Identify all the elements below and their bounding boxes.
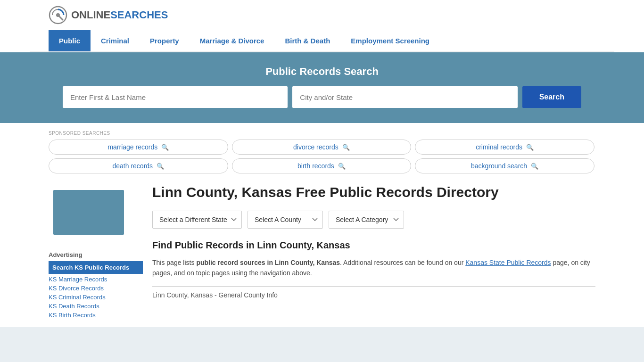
logo-icon [49, 6, 67, 25]
tag-birth-records[interactable]: birth records 🔍 [232, 158, 412, 173]
general-info: Linn County, Kansas - General County Inf… [152, 287, 595, 299]
sponsored-label: SPONSORED SEARCHES [49, 131, 595, 136]
sponsored-section: SPONSORED SEARCHES marriage records 🔍 di… [49, 131, 595, 173]
search-button[interactable]: Search [522, 86, 581, 108]
tag-divorce-records[interactable]: divorce records 🔍 [232, 140, 412, 155]
site-logo[interactable]: ONLINESEARCHES [49, 6, 168, 25]
search-icon-0: 🔍 [161, 144, 169, 151]
tag-criminal-records[interactable]: criminal records 🔍 [415, 140, 594, 155]
ad-highlight[interactable]: Search KS Public Records [49, 261, 143, 274]
search-icon-1: 🔍 [342, 144, 350, 151]
svg-rect-3 [53, 190, 124, 235]
svg-line-2 [59, 16, 63, 20]
name-input[interactable] [63, 86, 288, 108]
category-dropdown[interactable]: Select A Category [329, 211, 404, 229]
tag-background-search[interactable]: background search 🔍 [415, 158, 594, 173]
state-map-container [49, 183, 143, 246]
ks-public-records-link[interactable]: Kansas State Public Records [465, 259, 551, 266]
sponsored-tags: marriage records 🔍 divorce records 🔍 cri… [49, 140, 595, 173]
dropdowns-row: Select a Different State Select A County… [152, 211, 595, 229]
ad-link-birth[interactable]: KS Birth Records [49, 311, 143, 320]
ad-link-marriage[interactable]: KS Marriage Records [49, 275, 143, 284]
hero-title: Public Records Search [49, 66, 595, 78]
search-icon-5: 🔍 [531, 163, 538, 170]
location-input[interactable] [292, 86, 517, 108]
nav-property[interactable]: Property [140, 30, 190, 51]
nav-marriage-divorce[interactable]: Marriage & Divorce [190, 30, 275, 51]
ad-link-death[interactable]: KS Death Records [49, 302, 143, 311]
page-title: Linn County, Kansas Free Public Records … [152, 183, 595, 201]
ad-link-divorce[interactable]: KS Divorce Records [49, 284, 143, 293]
logo-text: ONLINESEARCHES [71, 9, 168, 21]
content-area: Advertising Search KS Public Records KS … [49, 183, 595, 320]
county-dropdown[interactable]: Select A County [248, 211, 323, 229]
nav-criminal[interactable]: Criminal [91, 30, 140, 51]
nav-public[interactable]: Public [49, 30, 91, 51]
ad-link-criminal[interactable]: KS Criminal Records [49, 293, 143, 302]
search-bar: Search [63, 86, 581, 108]
search-icon-3: 🔍 [157, 163, 164, 170]
nav-birth-death[interactable]: Birth & Death [274, 30, 340, 51]
search-icon-4: 🔍 [338, 163, 346, 170]
search-icon-2: 🔍 [526, 144, 534, 151]
state-dropdown[interactable]: Select a Different State [152, 211, 242, 229]
sidebar: Advertising Search KS Public Records KS … [49, 183, 143, 320]
find-title: Find Public Records in Linn County, Kans… [152, 240, 595, 251]
tag-marriage-records[interactable]: marriage records 🔍 [49, 140, 228, 155]
advertising-label: Advertising [49, 251, 143, 258]
tag-death-records[interactable]: death records 🔍 [49, 158, 228, 173]
find-description: This page lists public record sources in… [152, 257, 595, 279]
kansas-map [49, 183, 129, 244]
nav-employment[interactable]: Employment Screening [340, 30, 440, 51]
main-content: Linn County, Kansas Free Public Records … [152, 183, 595, 320]
